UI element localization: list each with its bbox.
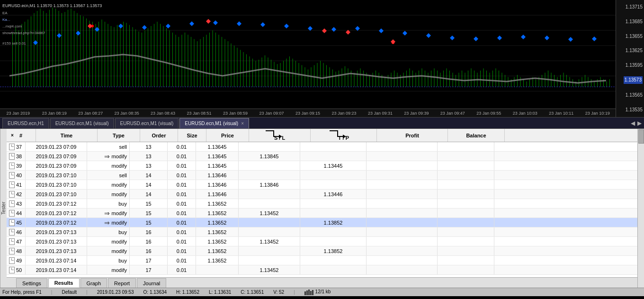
doc-icon [9,219,15,226]
table-row[interactable]: 45 2019.01.23 07:12 ⇒ modify 15 0.01 1.1… [7,218,637,227]
close-text: C: 1.13651 [241,290,264,295]
table-row[interactable]: 48 2019.01.23 07:13 modify 16 0.01 1.136… [7,246,637,256]
svg-marker-237 [343,135,346,138]
svg-rect-196 [594,82,595,87]
col-time-header: Time [36,129,98,142]
svg-rect-85 [252,59,253,87]
doc-icon [9,210,15,217]
svg-rect-163 [492,71,493,87]
table-row[interactable]: 39 2019.01.23 07:09 modify 13 0.01 1.136… [7,161,637,171]
svg-rect-151 [456,75,456,87]
svg-rect-50 [145,30,145,87]
svg-rect-137 [412,71,413,87]
chart-area: EURUSD.ecn,M1 1.13570 1.13573 1.13567 1.… [0,0,644,118]
svg-rect-82 [243,52,244,87]
svg-rect-136 [410,68,410,87]
doc-icon [9,257,15,264]
tab-eurusd-h1[interactable]: EURUSD.ecn,H1 [2,118,49,128]
svg-rect-77 [228,41,228,87]
table-row[interactable]: 46 2019.01.23 07:13 buy 16 0.01 1.13652 [7,227,637,237]
table-row[interactable]: 38 2019.01.23 07:09 ⇒ modify 13 0.01 1.1… [7,152,637,161]
tab-report[interactable]: Report [108,278,136,288]
tab-graph[interactable]: Graph [80,278,107,288]
svg-rect-65 [191,37,191,87]
bars-icon [304,290,314,295]
table-row[interactable]: 50 2019.01.23 07:14 modify 17 0.01 1.134… [7,265,637,275]
tab-close-icon[interactable]: × [241,121,244,126]
table-row[interactable]: 43 2019.01.23 07:12 buy 15 0.01 1.13652 [7,199,637,208]
col-type-header: Type [98,129,140,142]
svg-rect-93 [277,64,277,87]
sl-arrow-icon [263,130,285,140]
svg-rect-78 [231,44,232,87]
svg-rect-174 [527,82,527,87]
col-num-header: # [17,129,36,142]
doc-icon [9,238,15,245]
svg-rect-55 [160,24,161,87]
tab-eurusd-m1-v3[interactable]: EURUSD.ecn,M1 (visual) × [179,118,249,128]
tester-content: × # Time Type Order Size Price [7,129,637,288]
svg-rect-155 [468,71,468,87]
tab-next-icon[interactable]: ▶ [637,120,642,127]
tester-wrapper: Tester × # Time Type Order Size [0,129,644,288]
svg-rect-160 [483,68,484,87]
tab-eurusd-m1-v2[interactable]: EURUSD.ecn,M1 (visual) [115,118,179,128]
svg-rect-47 [135,29,136,87]
table-row[interactable]: 44 2019.01.23 07:12 ⇒ modify 15 0.01 1.1… [7,208,637,218]
status-bar: For Help, press F1 | Default | 2019.01.2… [0,288,644,296]
table-row[interactable]: 41 2019.01.23 07:10 modify 14 0.01 1.136… [7,180,637,190]
svg-rect-114 [342,68,342,87]
table-row[interactable]: 42 2019.01.23 07:10 modify 14 0.01 1.136… [7,190,637,199]
svg-rect-193 [585,75,585,87]
svg-rect-165 [499,71,499,87]
doc-icon [9,200,15,207]
svg-rect-49 [142,33,142,87]
svg-rect-74 [219,35,219,87]
tab-eurusd-m1-v1[interactable]: EURUSD.ecn,M1 (visual) [50,118,114,128]
doc-icon [9,229,15,236]
svg-rect-80 [237,48,238,87]
svg-rect-88 [262,57,262,87]
svg-rect-111 [332,70,333,87]
svg-rect-86 [256,61,256,87]
svg-rect-83 [246,54,247,87]
svg-rect-81 [240,50,241,87]
chart-canvas[interactable]: EURUSD.ecn,M1 1.13570 1.13573 1.13567 1.… [0,0,616,109]
doc-icon [9,163,15,169]
svg-rect-116 [348,68,349,87]
table-row[interactable]: 40 2019.01.23 07:10 sell 14 0.01 1.13646 [7,171,637,180]
vertical-scrollbar[interactable] [637,129,644,288]
tester-panel: Tester × # Time Type Order Size [0,129,644,288]
tab-results[interactable]: Results [48,278,80,288]
tab-journal[interactable]: Journal [137,278,166,288]
table-row[interactable]: 47 2019.01.23 07:13 modify 16 0.01 1.136… [7,237,637,246]
svg-rect-132 [397,72,398,87]
modify-arrow-icon: ⇒ [104,153,110,160]
svg-rect-79 [234,45,234,87]
svg-rect-76 [225,39,225,87]
svg-rect-175 [529,79,530,87]
svg-rect-239 [306,290,308,295]
svg-rect-64 [188,35,188,87]
data-table[interactable]: 37 2019.01.23 07:09 sell 13 0.01 1.13645 [7,142,637,277]
svg-rect-115 [345,66,345,87]
svg-rect-41 [117,25,117,87]
table-row[interactable]: 49 2019.01.23 07:14 buy 17 0.01 1.13652 [7,256,637,265]
svg-rect-128 [385,77,385,87]
scrollbar-thumb[interactable] [638,129,644,144]
tab-prev-icon[interactable]: ◀ [631,120,635,127]
svg-rect-201 [609,79,610,87]
svg-rect-129 [388,75,388,87]
svg-rect-138 [416,72,416,87]
table-row[interactable]: 37 2019.01.23 07:09 sell 13 0.01 1.13645 [7,142,637,152]
svg-rect-172 [520,77,521,87]
svg-rect-145 [437,71,438,87]
close-button[interactable]: × [9,132,16,139]
svg-rect-141 [425,71,425,87]
tab-settings[interactable]: Settings [16,278,47,288]
svg-rect-57 [166,28,167,87]
svg-rect-195 [591,79,591,87]
svg-rect-146 [440,72,441,87]
svg-rect-119 [357,71,358,87]
svg-rect-68 [200,39,201,87]
